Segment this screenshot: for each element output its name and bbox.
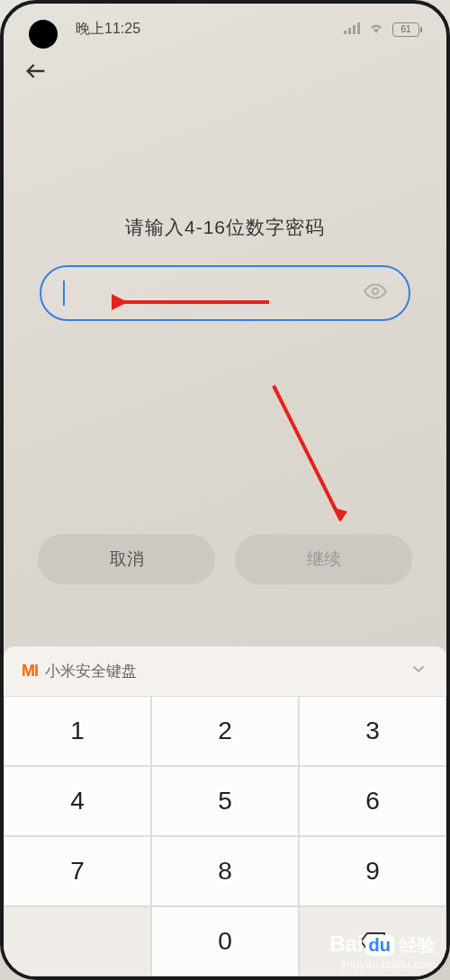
input-cursor (63, 281, 65, 306)
cancel-label: 取消 (110, 548, 144, 571)
keyboard-title: 小米安全键盘 (45, 661, 137, 682)
watermark: Baidu经验 jingyan.baidu.com (329, 931, 436, 971)
svg-point-4 (373, 289, 379, 295)
signal-icon (344, 22, 360, 38)
password-prompt: 请输入4-16位数字密码 (4, 215, 446, 240)
wifi-icon (367, 22, 385, 38)
collapse-keyboard-icon[interactable] (409, 659, 428, 683)
cancel-button[interactable]: 取消 (38, 534, 215, 584)
key-3[interactable]: 3 (299, 696, 446, 766)
key-2[interactable]: 2 (151, 696, 299, 766)
status-time: 晚上11:25 (76, 20, 140, 39)
svg-rect-3 (357, 22, 360, 34)
toggle-visibility-icon[interactable] (364, 280, 387, 307)
key-8[interactable]: 8 (151, 836, 299, 906)
mi-logo-icon: MI (22, 662, 38, 681)
continue-button[interactable]: 继续 (235, 534, 412, 584)
camera-hole (29, 20, 58, 49)
status-bar: 晚上11:25 61 (4, 4, 446, 48)
svg-rect-0 (344, 31, 346, 34)
back-button[interactable] (4, 48, 446, 98)
battery-icon: 61 (392, 22, 419, 37)
key-0[interactable]: 0 (151, 906, 299, 976)
annotation-arrow-continue (256, 381, 364, 534)
continue-label: 继续 (307, 548, 341, 571)
key-7[interactable]: 7 (4, 836, 151, 906)
svg-rect-2 (353, 25, 356, 34)
password-input[interactable] (40, 265, 410, 321)
key-1[interactable]: 1 (4, 696, 151, 766)
key-5[interactable]: 5 (151, 766, 299, 836)
key-9[interactable]: 9 (299, 836, 446, 906)
numeric-keyboard: MI 小米安全键盘 1 2 3 4 5 6 7 8 9 0 (4, 646, 446, 976)
svg-line-6 (274, 386, 341, 521)
svg-rect-1 (348, 28, 351, 34)
key-6[interactable]: 6 (299, 766, 446, 836)
key-blank (4, 906, 151, 976)
key-4[interactable]: 4 (4, 766, 151, 836)
